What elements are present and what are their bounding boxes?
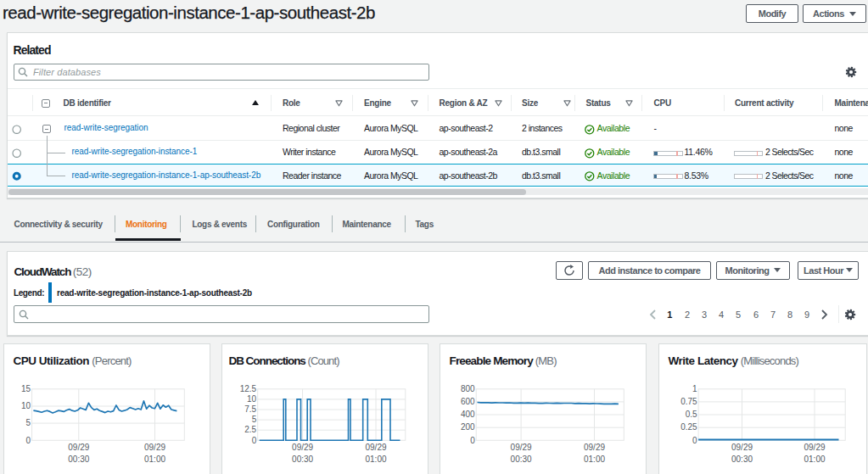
svg-text:200: 200: [461, 422, 475, 432]
svg-text:0: 0: [26, 435, 31, 444]
svg-text:600: 600: [461, 397, 475, 406]
svg-text:09/29: 09/29: [68, 443, 89, 452]
svg-text:01:00: 01:00: [365, 454, 386, 464]
svg-text:00:30: 00:30: [511, 454, 532, 464]
svg-text:5: 5: [26, 418, 31, 427]
svg-text:15: 15: [21, 384, 31, 393]
svg-text:0: 0: [251, 435, 256, 444]
svg-text:800: 800: [461, 384, 475, 393]
svg-text:01:00: 01:00: [584, 454, 605, 464]
svg-text:09/29: 09/29: [731, 443, 753, 452]
svg-text:0: 0: [470, 435, 475, 444]
svg-text:09/29: 09/29: [292, 443, 313, 452]
svg-text:00:30: 00:30: [68, 454, 89, 464]
svg-text:0: 0: [692, 435, 697, 444]
svg-text:09/29: 09/29: [144, 443, 165, 452]
svg-text:10: 10: [21, 401, 31, 410]
svg-text:09/29: 09/29: [511, 443, 532, 452]
svg-text:0.5: 0.5: [686, 410, 697, 419]
svg-text:12.5: 12.5: [239, 384, 256, 393]
svg-text:01:00: 01:00: [804, 454, 825, 464]
svg-text:2.5: 2.5: [244, 425, 256, 434]
svg-text:400: 400: [461, 410, 475, 419]
svg-text:5: 5: [251, 415, 256, 424]
svg-text:00:30: 00:30: [731, 454, 753, 464]
svg-text:10: 10: [247, 394, 257, 404]
svg-text:09/29: 09/29: [804, 443, 825, 452]
svg-text:09/29: 09/29: [584, 443, 605, 452]
svg-text:0.75: 0.75: [680, 397, 697, 406]
svg-text:7.5: 7.5: [244, 404, 256, 414]
svg-text:00:30: 00:30: [292, 454, 313, 464]
svg-text:09/29: 09/29: [365, 443, 386, 452]
svg-text:01:00: 01:00: [144, 454, 165, 464]
svg-text:1: 1: [692, 384, 697, 393]
svg-text:0.25: 0.25: [680, 422, 697, 432]
